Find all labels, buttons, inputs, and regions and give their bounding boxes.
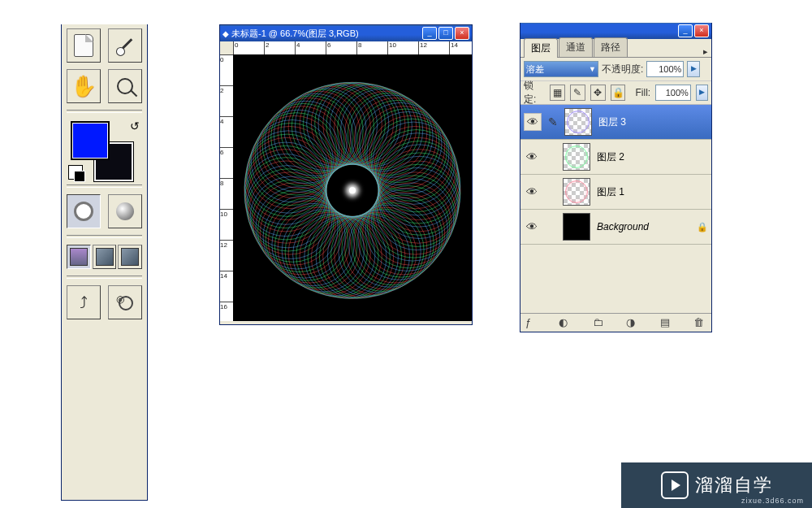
lock-pixels-button[interactable]: ✎ xyxy=(570,85,585,101)
close-button[interactable]: × xyxy=(455,27,469,40)
layer-row[interactable]: 👁Background🔒 xyxy=(520,210,711,245)
layer-row[interactable]: 👁图层 1 xyxy=(520,175,711,210)
layer-thumbnail[interactable] xyxy=(563,178,590,206)
layer-name[interactable]: 图层 1 xyxy=(594,185,693,199)
screenmode-full-button[interactable] xyxy=(118,245,142,269)
maximize-button[interactable]: □ xyxy=(438,27,453,40)
layer-style-button[interactable]: ƒ xyxy=(525,316,538,329)
standard-mode-button[interactable] xyxy=(67,194,101,228)
window-icon xyxy=(121,248,139,266)
tab-paths[interactable]: 路径 xyxy=(594,37,628,57)
layer-mask-button[interactable]: ◐ xyxy=(559,316,572,329)
ruler-tick: 4 xyxy=(295,41,300,54)
layer-row[interactable]: 👁✎图层 3 xyxy=(520,105,711,140)
panel-close-button[interactable]: × xyxy=(694,24,709,37)
svg-point-44 xyxy=(319,216,401,298)
lock-position-button[interactable]: ✥ xyxy=(590,85,606,101)
swap-colors-icon[interactable]: ↺ xyxy=(130,119,140,132)
delete-layer-button[interactable]: 🗑 xyxy=(693,316,706,329)
layers-panel-titlebar[interactable]: _ × xyxy=(520,23,711,39)
window-icon xyxy=(70,248,88,266)
document-title: 未标题-1 @ 66.7%(图层 3,RGB) xyxy=(231,28,359,40)
lock-transparency-button[interactable]: ▦ xyxy=(550,85,565,101)
new-group-button[interactable]: 🗀 xyxy=(593,316,606,329)
edit-indicator: ✎ xyxy=(545,115,561,128)
layer-name[interactable]: 图层 2 xyxy=(594,150,693,164)
watermark: 溜溜自学 zixue.3d66.com xyxy=(621,462,812,508)
lock-label: 锁定: xyxy=(524,79,545,106)
eyedropper-tool[interactable] xyxy=(108,28,142,63)
layer-thumbnail[interactable] xyxy=(564,108,592,136)
tab-layers[interactable]: 图层 xyxy=(524,38,558,58)
lock-icon: 🔒 xyxy=(697,222,708,232)
panel-minimize-button[interactable]: _ xyxy=(678,24,693,37)
ruler-tick: 0 xyxy=(220,54,233,63)
note-icon xyxy=(74,34,93,57)
fill-slider-toggle[interactable]: ▶ xyxy=(696,85,708,101)
ruler-tick: 16 xyxy=(220,302,233,310)
panel-tabs: 图层通道路径▸ xyxy=(520,39,711,58)
ruler-tick: 8 xyxy=(220,178,233,187)
ruler-tick: 0 xyxy=(233,41,238,54)
ruler-tick: 14 xyxy=(220,271,233,280)
visibility-toggle[interactable]: 👁 xyxy=(524,150,540,163)
jump-to-button[interactable]: ◎ xyxy=(108,285,142,319)
ruler-tick: 12 xyxy=(220,240,233,249)
ruler-tick: 8 xyxy=(356,41,361,54)
layer-name[interactable]: Background xyxy=(594,221,693,232)
layer-thumbnail[interactable] xyxy=(563,213,590,241)
watermark-brand: 溜溜自学 xyxy=(695,473,773,497)
circle-filled-icon xyxy=(116,202,134,220)
color-swatches: ↺ xyxy=(67,119,142,181)
hand-tool[interactable]: ✋ xyxy=(67,69,101,103)
notes-tool[interactable] xyxy=(67,28,101,63)
blend-mode-select[interactable]: 溶差▼ xyxy=(524,61,598,77)
fill-field[interactable]: 100% xyxy=(655,85,691,101)
ruler-tick: 2 xyxy=(220,85,233,94)
watermark-url: zixue.3d66.com xyxy=(741,497,804,505)
ruler-tick: 6 xyxy=(326,41,330,54)
default-colors-icon[interactable] xyxy=(68,165,83,180)
screenmode-standard-button[interactable] xyxy=(67,245,91,269)
eyedropper-icon xyxy=(118,38,132,53)
circle-outline-icon xyxy=(74,202,93,221)
panel-menu-button[interactable]: ▸ xyxy=(703,46,708,57)
opacity-label: 不透明度: xyxy=(602,63,643,76)
tab-channels[interactable]: 通道 xyxy=(559,37,593,57)
jump-to-imageready-button[interactable]: ⤴ xyxy=(67,285,101,319)
ruler-vertical[interactable]: 0246810121416 xyxy=(220,54,234,321)
opacity-slider-toggle[interactable]: ▶ xyxy=(687,61,700,77)
svg-point-71 xyxy=(378,141,460,224)
layer-thumbnail[interactable] xyxy=(563,143,590,171)
opacity-value: 100% xyxy=(659,64,681,74)
zoom-tool[interactable] xyxy=(108,69,142,103)
chevron-down-icon: ▼ xyxy=(589,65,596,73)
document-titlebar[interactable]: ◆未标题-1 @ 66.7%(图层 3,RGB) _ □ × xyxy=(220,25,472,41)
ruler-horizontal[interactable]: 02468101214 xyxy=(233,41,472,55)
visibility-toggle[interactable]: 👁 xyxy=(524,220,540,233)
layer-row[interactable]: 👁图层 2 xyxy=(520,140,711,175)
foreground-color[interactable] xyxy=(71,121,110,160)
ruler-tick: 12 xyxy=(418,41,427,54)
minimize-button[interactable]: _ xyxy=(422,27,437,40)
hand-icon: ✋ xyxy=(71,74,97,99)
ruler-tick: 14 xyxy=(449,41,458,54)
adjustment-layer-button[interactable]: ◑ xyxy=(626,316,639,329)
toolbox-panel: ✋ ↺ ⤴ ◎ xyxy=(61,24,148,501)
lock-all-button[interactable]: 🔒 xyxy=(611,85,626,101)
canvas[interactable] xyxy=(233,54,472,321)
svg-point-62 xyxy=(303,83,385,165)
opacity-field[interactable]: 100% xyxy=(646,61,684,77)
layer-name[interactable]: 图层 3 xyxy=(595,115,693,129)
quickmask-mode-button[interactable] xyxy=(108,194,142,228)
blend-opacity-row: 溶差▼ 不透明度: 100% ▶ xyxy=(520,58,711,81)
visibility-toggle[interactable]: 👁 xyxy=(524,185,540,198)
svg-point-109 xyxy=(349,187,356,193)
new-layer-button[interactable]: ▤ xyxy=(660,316,673,329)
blend-mode-value: 溶差 xyxy=(526,63,544,76)
visibility-toggle[interactable]: 👁 xyxy=(524,113,542,131)
layers-panel: _ × 图层通道路径▸ 溶差▼ 不透明度: 100% ▶ 锁定: ▦ ✎ ✥ 🔒… xyxy=(520,23,712,332)
ruler-tick: 4 xyxy=(220,116,233,125)
screenmode-full-menubar-button[interactable] xyxy=(93,245,117,269)
ruler-tick: 10 xyxy=(387,41,396,54)
